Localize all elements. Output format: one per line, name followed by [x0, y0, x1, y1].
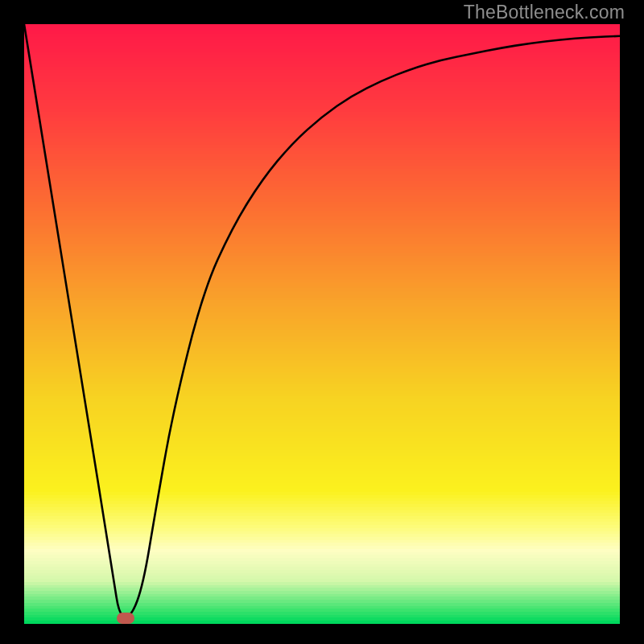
figure-frame: TheBottleneck.com: [0, 0, 644, 644]
bottleneck-curve: [24, 24, 620, 617]
watermark-text: TheBottleneck.com: [464, 2, 625, 23]
plot-area: [24, 24, 620, 620]
curve-layer: [24, 24, 620, 620]
bottleneck-marker: [117, 613, 134, 624]
